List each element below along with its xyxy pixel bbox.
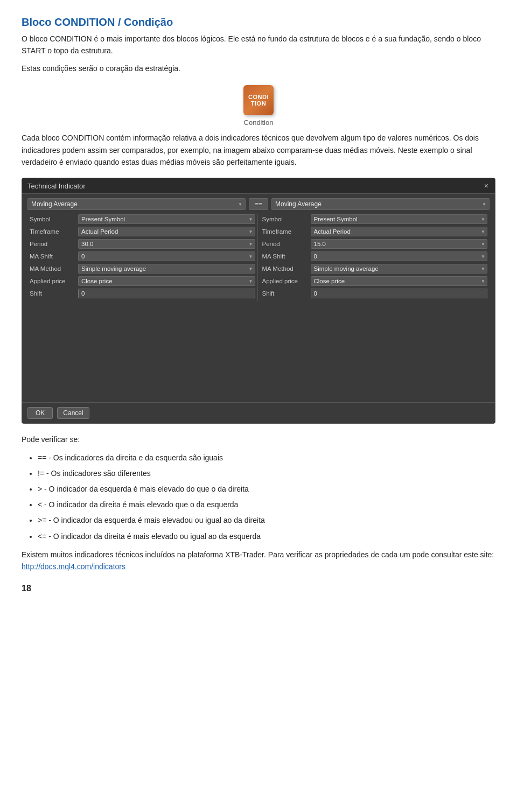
right-mamethod-row: MA Method Simple moving average xyxy=(262,264,488,274)
left-shift-label: Shift xyxy=(30,290,78,297)
right-mashift-select-wrapper: 0 xyxy=(311,251,488,261)
right-applied-label: Applied price xyxy=(262,278,311,284)
right-shift-row: Shift xyxy=(262,289,488,298)
right-period-select[interactable]: 15.0 xyxy=(311,239,488,249)
indicators-link[interactable]: http://docs.mql4.com/indicators xyxy=(22,562,125,571)
body-paragraph-1: Cada bloco CONDITION contém informação r… xyxy=(22,132,495,168)
right-mashift-label: MA Shift xyxy=(262,253,311,260)
right-panel: Symbol Present Symbol Timeframe Actual P… xyxy=(257,214,490,301)
right-symbol-select-wrapper: Present Symbol xyxy=(311,214,488,224)
intro-paragraph-1: O bloco CONDITION é o mais importante do… xyxy=(22,33,495,57)
right-applied-select[interactable]: Close price xyxy=(311,276,488,286)
left-timeframe-select[interactable]: Actual Period xyxy=(78,227,255,236)
right-mamethod-select-wrapper: Simple moving average xyxy=(311,264,488,274)
left-mashift-label: MA Shift xyxy=(30,253,78,260)
dialog-footer: OK Cancel xyxy=(22,402,495,423)
list-item: == - Os indicadores da direita e da esqu… xyxy=(38,451,495,465)
right-applied-select-wrapper: Close price xyxy=(311,276,488,286)
pode-verificar-text: Pode verificar se: xyxy=(22,433,495,445)
dialog-empty-space xyxy=(27,301,490,398)
footer-text: Existem muitos indicadores técnicos incl… xyxy=(22,550,494,559)
right-shift-label: Shift xyxy=(262,290,311,297)
page-heading: Bloco CONDITION / Condição xyxy=(22,16,495,29)
list-item: != - Os indicadores são diferentes xyxy=(38,467,495,480)
dialog-titlebar: Technical Indicator × xyxy=(22,178,495,194)
right-indicator-container: Moving Average xyxy=(271,198,490,210)
left-panel: Symbol Present Symbol Timeframe Actual P… xyxy=(27,214,257,301)
list-item: > - O indicador da esquerda é mais eleva… xyxy=(38,482,495,496)
left-indicator-container: Moving Average xyxy=(27,198,246,210)
left-symbol-select[interactable]: Present Symbol xyxy=(78,214,255,224)
indicator-selector-row: Moving Average == Moving Average xyxy=(27,198,490,210)
left-symbol-row: Symbol Present Symbol xyxy=(30,214,255,224)
left-symbol-select-wrapper: Present Symbol xyxy=(78,214,255,224)
dialog-title: Technical Indicator xyxy=(27,182,86,190)
page-number: 18 xyxy=(22,584,495,593)
footer-paragraph: Existem muitos indicadores técnicos incl… xyxy=(22,549,495,573)
right-symbol-label: Symbol xyxy=(262,216,311,222)
left-indicator-select[interactable]: Moving Average xyxy=(27,198,246,210)
condition-block-icon: CONDITION xyxy=(243,85,274,115)
left-period-select[interactable]: 30.0 xyxy=(78,239,255,249)
condition-icon-area: CONDITION Condition xyxy=(22,85,495,127)
left-applied-select[interactable]: Close price xyxy=(78,276,255,286)
left-applied-label: Applied price xyxy=(30,278,78,284)
left-symbol-label: Symbol xyxy=(30,216,78,222)
left-applied-row: Applied price Close price xyxy=(30,276,255,286)
left-mamethod-row: MA Method Simple moving average xyxy=(30,264,255,274)
right-indicator-select[interactable]: Moving Average xyxy=(271,198,490,210)
right-timeframe-select-wrapper: Actual Period xyxy=(311,227,488,236)
right-period-select-wrapper: 15.0 xyxy=(311,239,488,249)
left-period-select-wrapper: 30.0 xyxy=(78,239,255,249)
left-mashift-select[interactable]: 0 xyxy=(78,251,255,261)
condition-icon-label: Condition xyxy=(22,118,495,127)
operator-display: == xyxy=(249,198,268,210)
left-period-row: Period 30.0 xyxy=(30,239,255,249)
left-mamethod-label: MA Method xyxy=(30,265,78,272)
panels-container: Symbol Present Symbol Timeframe Actual P… xyxy=(27,214,490,301)
left-shift-input[interactable] xyxy=(78,289,255,298)
right-mashift-select[interactable]: 0 xyxy=(311,251,488,261)
cancel-button[interactable]: Cancel xyxy=(57,407,89,419)
right-symbol-row: Symbol Present Symbol xyxy=(262,214,488,224)
checks-list: == - Os indicadores da direita e da esqu… xyxy=(38,451,495,543)
right-period-label: Period xyxy=(262,241,311,247)
right-mashift-row: MA Shift 0 xyxy=(262,251,488,261)
dialog-close-button[interactable]: × xyxy=(483,181,490,190)
left-mashift-select-wrapper: 0 xyxy=(78,251,255,261)
left-mamethod-select[interactable]: Simple moving average xyxy=(78,264,255,274)
list-item: >= - O indicador da esquerda é mais elev… xyxy=(38,514,495,527)
left-period-label: Period xyxy=(30,241,78,247)
right-mamethod-select[interactable]: Simple moving average xyxy=(311,264,488,274)
dialog-body: Moving Average == Moving Average Symbol … xyxy=(22,194,495,402)
left-mamethod-select-wrapper: Simple moving average xyxy=(78,264,255,274)
left-timeframe-select-wrapper: Actual Period xyxy=(78,227,255,236)
left-applied-select-wrapper: Close price xyxy=(78,276,255,286)
right-timeframe-label: Timeframe xyxy=(262,228,311,235)
intro-paragraph-2: Estas condições serão o coração da estra… xyxy=(22,62,495,74)
right-timeframe-row: Timeframe Actual Period xyxy=(262,227,488,236)
left-timeframe-row: Timeframe Actual Period xyxy=(30,227,255,236)
right-shift-input[interactable] xyxy=(311,289,488,298)
right-timeframe-select[interactable]: Actual Period xyxy=(311,227,488,236)
left-mashift-row: MA Shift 0 xyxy=(30,251,255,261)
right-symbol-select[interactable]: Present Symbol xyxy=(311,214,488,224)
right-period-row: Period 15.0 xyxy=(262,239,488,249)
list-item: < - O indicador da direita é mais elevad… xyxy=(38,498,495,512)
right-mamethod-label: MA Method xyxy=(262,265,311,272)
right-applied-row: Applied price Close price xyxy=(262,276,488,286)
left-shift-row: Shift xyxy=(30,289,255,298)
list-item: <= - O indicador da direita é mais eleva… xyxy=(38,530,495,543)
ok-button[interactable]: OK xyxy=(27,407,53,419)
technical-indicator-dialog: Technical Indicator × Moving Average == … xyxy=(22,178,495,424)
left-timeframe-label: Timeframe xyxy=(30,228,78,235)
